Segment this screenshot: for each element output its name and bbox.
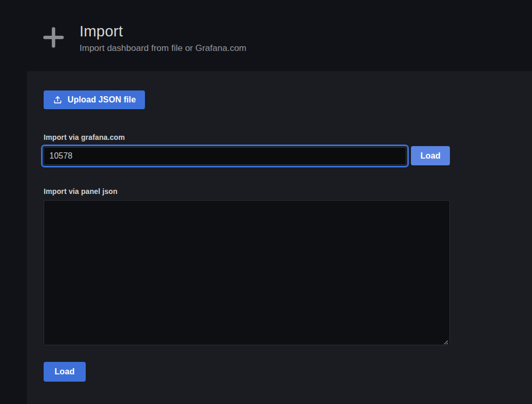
panel-json-field: Import via panel json xyxy=(44,187,532,345)
page-subtitle: Import dashboard from file or Grafana.co… xyxy=(79,43,246,54)
gcom-url-input[interactable] xyxy=(44,147,406,165)
header-titles: Import Import dashboard from file or Gra… xyxy=(79,23,246,54)
import-panel: Upload JSON file Import via grafana.com … xyxy=(27,71,532,404)
panel-json-textarea-wrap xyxy=(44,200,450,345)
gcom-field: Import via grafana.com Load xyxy=(44,133,532,165)
load-button[interactable]: Load xyxy=(44,362,86,382)
gcom-field-label: Import via grafana.com xyxy=(44,133,532,141)
resize-handle-icon[interactable] xyxy=(442,337,448,344)
upload-json-button-label: Upload JSON file xyxy=(68,95,136,105)
panel-json-textarea[interactable] xyxy=(44,200,450,345)
page-title: Import xyxy=(79,23,246,40)
panel-json-field-label: Import via panel json xyxy=(44,187,532,196)
page-header: Import Import dashboard from file or Gra… xyxy=(0,0,532,71)
gcom-input-row: Load xyxy=(44,146,450,165)
plus-icon xyxy=(42,24,65,51)
upload-icon xyxy=(53,95,62,105)
gcom-load-button[interactable]: Load xyxy=(411,146,450,165)
upload-json-button[interactable]: Upload JSON file xyxy=(44,90,145,109)
